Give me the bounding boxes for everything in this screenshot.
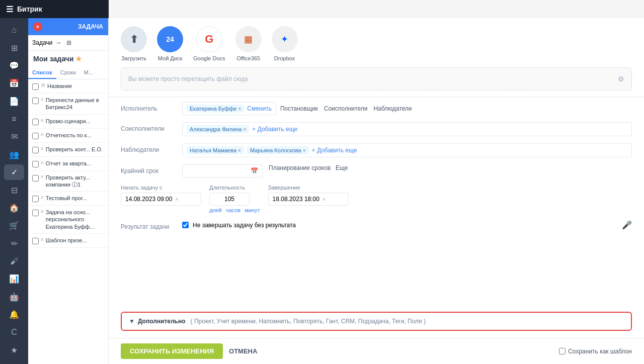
save-template-checkbox[interactable] <box>559 348 566 354</box>
coexecutor-remove-btn[interactable]: × <box>243 127 246 132</box>
drop-zone[interactable]: Вы можете просто перетащить файл сюда ⚙ <box>121 67 632 90</box>
upload-local-option[interactable]: ⬆ Загрузить <box>121 26 147 61</box>
task-name[interactable]: Проверить конт... Е.О. <box>46 146 104 153</box>
observers-label: Наблюдатели <box>121 143 176 153</box>
close-task-btn[interactable]: × <box>33 22 42 31</box>
people-icon[interactable]: 👥 <box>4 147 24 162</box>
filter-icon[interactable]: ⊟ <box>4 182 24 198</box>
dates-row: Начать задачу с 14.08.2023 09:00 × Длите… <box>121 185 632 213</box>
grid-icon[interactable]: ⊞ <box>4 40 24 55</box>
duration-hours[interactable]: часов <box>226 207 240 213</box>
robot-icon[interactable]: 🤖 <box>4 289 24 305</box>
assignee-remove-btn[interactable]: × <box>238 106 241 112</box>
home-icon[interactable]: ⌂ <box>4 22 24 38</box>
task-name[interactable]: Отчет за кварта... <box>46 160 104 167</box>
mydisk-icon: 24 <box>157 26 183 52</box>
mail-icon[interactable]: ✉ <box>4 129 24 144</box>
app-header: ☰ Битрик <box>0 0 109 18</box>
duration-label: Длительность <box>209 185 260 191</box>
tab-deadlines[interactable]: Сроки <box>56 67 80 79</box>
task-checkbox[interactable] <box>32 119 39 125</box>
end-date-col: Завершение 18.08.2023 18:00 × <box>268 185 349 206</box>
observers-input[interactable]: Наталья Мамаева × Марьяна Колоскова × + … <box>182 143 632 157</box>
result-checkbox[interactable] <box>182 222 189 228</box>
deadline-label: Крайний срок <box>121 164 176 174</box>
deadline-field[interactable]: 📅 <box>182 164 263 177</box>
role-link-observers[interactable]: Наблюдатели <box>373 105 412 112</box>
star-icon[interactable]: ★ <box>4 342 24 358</box>
observers-add-btn[interactable]: + Добавить еще <box>312 147 357 154</box>
tab-list[interactable]: Список <box>28 67 56 79</box>
duration-input[interactable]: 105 <box>209 193 250 206</box>
chat-icon[interactable]: 💬 <box>4 58 24 73</box>
task-icon[interactable]: ✓ <box>4 164 24 180</box>
cancel-button[interactable]: ОТМЕНА <box>229 347 257 355</box>
task-checkbox[interactable] <box>32 238 39 244</box>
duration-days[interactable]: дней <box>209 207 222 213</box>
task-checkbox[interactable] <box>32 210 39 216</box>
coexecutors-input[interactable]: Александра Филина × + Добавить еще <box>182 122 632 136</box>
building-icon[interactable]: 🏠 <box>4 200 24 216</box>
save-changes-button[interactable]: СОХРАНИТЬ ИЗМЕНЕНИЯ <box>121 343 223 359</box>
task-checkbox[interactable] <box>32 147 39 153</box>
tab-more[interactable]: М... <box>80 67 97 79</box>
task-name[interactable]: Перенести данные в Битрикс24 <box>46 97 104 111</box>
observer1-remove-btn[interactable]: × <box>238 148 241 153</box>
layers-icon[interactable]: ≡ <box>4 111 24 127</box>
task-name[interactable]: Тестовый прог... <box>46 195 104 202</box>
brush-icon[interactable]: 🖌 <box>4 253 24 269</box>
task-name[interactable]: Отчетность по к... <box>46 132 104 139</box>
drop-zone-gear-icon[interactable]: ⚙ <box>618 75 624 83</box>
task-checkbox[interactable] <box>32 133 39 139</box>
main-content: ⬆ Загрузить 24 Мой Диск G Google Docs <box>109 18 644 364</box>
bell-icon[interactable]: 🔔 <box>4 307 24 322</box>
coexecutors-add-btn[interactable]: + Добавить еще <box>252 126 297 133</box>
start-clear-btn[interactable]: × <box>175 196 178 202</box>
tasks-nav-label[interactable]: Задачи <box>32 39 52 46</box>
upload-mydisk-option[interactable]: 24 Мой Диск <box>157 26 183 61</box>
form-section: Исполнитель Екатерина Буффе × Сменить По… <box>109 97 644 312</box>
task-gear-icon[interactable]: ⚙ <box>41 82 45 88</box>
end-clear-btn[interactable]: × <box>323 196 326 202</box>
upload-googledocs-option[interactable]: G Google Docs <box>193 26 225 61</box>
upload-office365-option[interactable]: ▦ Office365 <box>235 26 262 61</box>
start-date-input[interactable]: 14.08.2023 09:00 × <box>121 193 201 206</box>
task-name[interactable]: Задача на осно... персонального Екатерин… <box>46 209 104 230</box>
task-name[interactable]: Название <box>47 82 104 89</box>
upload-dropbox-option[interactable]: ✦ Dropbox <box>272 26 298 61</box>
task-checkbox[interactable] <box>32 98 39 104</box>
tasks-nav-back-btn[interactable]: ⊞ <box>64 38 73 47</box>
task-name[interactable]: Шаблон презе... <box>46 237 104 244</box>
task-checkbox[interactable] <box>32 175 39 181</box>
calendar-icon[interactable]: 📅 <box>4 75 24 91</box>
observer2-remove-btn[interactable]: × <box>303 148 306 153</box>
role-links: Постановщик Соисполнители Наблюдатели <box>280 105 412 112</box>
upload-local-icon: ⬆ <box>121 26 147 52</box>
assignee-change-btn[interactable]: Сменить <box>247 105 272 112</box>
tasks-star-icon: ★ <box>75 55 82 63</box>
assignee-area: Екатерина Буффе × Сменить Постановщик Со… <box>182 102 632 115</box>
task-checkbox[interactable] <box>32 83 39 90</box>
docs-icon[interactable]: 📄 <box>4 94 24 109</box>
end-date-input[interactable]: 18.08.2023 18:00 × <box>268 193 349 206</box>
role-link-assignor[interactable]: Постановщик <box>280 105 318 112</box>
task-name[interactable]: Промо-сценари... <box>46 118 104 125</box>
c-icon[interactable]: C <box>4 324 24 340</box>
task-name[interactable]: Проверить акту... компании ⓘ1 <box>46 174 104 189</box>
coexecutor-tag: Александра Филина × <box>187 125 249 133</box>
task-checkbox[interactable] <box>32 196 39 202</box>
observers-row: Наблюдатели Наталья Мамаева × Марьяна Ко… <box>121 143 632 157</box>
chart-icon[interactable]: 📊 <box>4 271 24 287</box>
cart-icon[interactable]: 🛒 <box>4 218 24 233</box>
pen-icon[interactable]: ✏ <box>4 236 24 251</box>
additional-chevron-icon[interactable]: ▼ <box>129 318 135 325</box>
role-link-coexecutors[interactable]: Соисполнители <box>324 105 368 112</box>
planning-more[interactable]: Еще <box>336 164 348 171</box>
form-footer: СОХРАНИТЬ ИЗМЕНЕНИЯ ОТМЕНА Сохранить как… <box>109 338 644 364</box>
menu-icon[interactable]: ☰ <box>6 5 13 14</box>
assignee-label: Исполнитель <box>121 102 176 112</box>
task-checkbox[interactable] <box>32 161 39 167</box>
planning-label[interactable]: Планирование сроков <box>269 164 331 171</box>
duration-minutes[interactable]: минут <box>245 207 260 213</box>
my-tasks-title: Мои задачи ★ <box>28 51 108 67</box>
